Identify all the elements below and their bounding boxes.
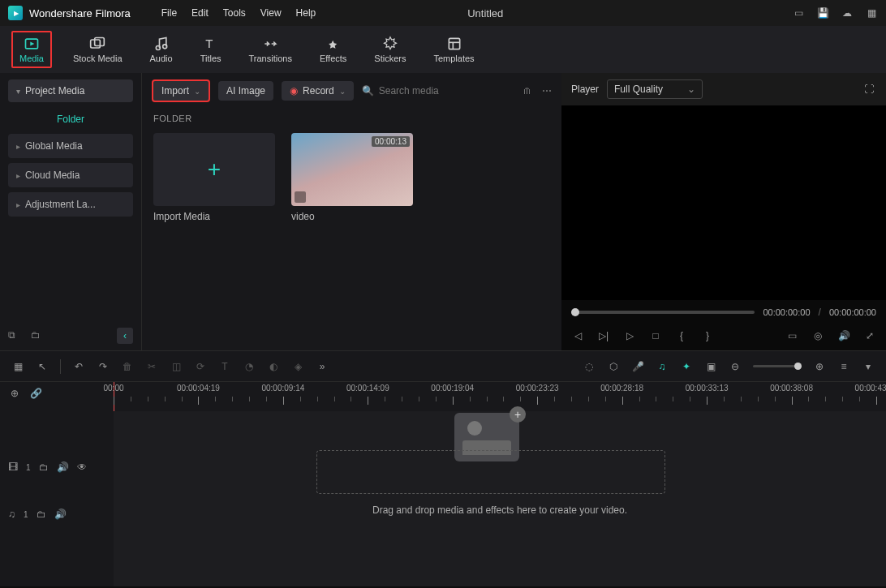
auto-beat-icon[interactable]: ✦	[680, 360, 693, 373]
sidebar-item-cloud-media[interactable]: Cloud Media	[8, 163, 133, 187]
cut-icon[interactable]: ✂	[145, 360, 158, 373]
tab-templates[interactable]: Templates	[427, 32, 480, 67]
save-icon[interactable]: 💾	[816, 6, 829, 19]
mute-icon[interactable]: 🔊	[57, 461, 69, 473]
scrub-row: 00:00:00:00 / 00:00:00:00	[561, 300, 886, 324]
scrub-track[interactable]	[571, 311, 755, 314]
media-icon	[23, 36, 41, 52]
redo-icon[interactable]: ↷	[97, 360, 110, 373]
shield-icon[interactable]: ⬡	[607, 360, 620, 373]
project-media-dropdown[interactable]: ▾ Project Media	[8, 79, 133, 102]
link-icon[interactable]: 🔗	[29, 387, 42, 400]
visibility-icon[interactable]: 👁	[77, 461, 87, 473]
ruler-label: 00:00:19:04	[431, 384, 474, 393]
mark-in-icon[interactable]: {	[675, 329, 688, 342]
reframe-icon[interactable]: ◌	[583, 360, 596, 373]
zoom-slider[interactable]	[753, 365, 802, 367]
sidebar-item-adjustment-layer[interactable]: Adjustment La...	[8, 192, 133, 217]
dropzone[interactable]	[316, 450, 665, 494]
ruler-label: 00:00:14:09	[346, 384, 389, 393]
snapshot-icon[interactable]: ⛶	[862, 82, 876, 97]
speed-icon[interactable]: ⟳	[194, 360, 207, 373]
content-row: ▾ Project Media Folder Global Media Clou…	[0, 73, 886, 350]
mark-out-icon[interactable]: }	[701, 329, 714, 342]
menu-tools[interactable]: Tools	[223, 7, 246, 19]
sidebar-item-global-media[interactable]: Global Media	[8, 134, 133, 158]
video-track-head[interactable]: 🎞1 🗀 🔊 👁	[0, 444, 114, 491]
render-icon[interactable]: ▣	[704, 360, 717, 373]
ruler-label: 00:00:04:19	[177, 384, 220, 393]
display-icon[interactable]: ▭	[785, 329, 798, 342]
prev-frame-icon[interactable]: ◁	[571, 329, 584, 342]
ruler-label: 00:00:38:08	[770, 384, 813, 393]
tab-media[interactable]: Media	[11, 31, 52, 68]
tab-transitions[interactable]: Transitions	[243, 32, 299, 67]
ai-image-button[interactable]: AI Image	[218, 81, 273, 101]
scrub-thumb[interactable]	[571, 308, 579, 316]
lock-icon[interactable]: 🗀	[39, 461, 49, 473]
quality-dropdown[interactable]: Full Quality	[607, 79, 703, 99]
device-icon[interactable]: ▭	[792, 6, 805, 19]
sidebar-collapse-button[interactable]: ‹	[117, 328, 133, 344]
menu-help[interactable]: Help	[296, 7, 316, 19]
mixer-icon[interactable]: ♫	[656, 360, 669, 373]
video-track-icon: 🎞	[8, 461, 18, 473]
track-view-icon[interactable]: ≡	[837, 360, 850, 373]
menu-edit[interactable]: Edit	[191, 7, 209, 19]
lock-icon[interactable]: 🗀	[37, 509, 46, 520]
stop-icon[interactable]: □	[649, 329, 662, 342]
search-input[interactable]	[379, 85, 476, 97]
tab-titles[interactable]: T Titles	[194, 32, 228, 67]
delete-icon[interactable]: 🗑	[121, 360, 134, 373]
text-tool-icon[interactable]: T	[218, 360, 231, 373]
tab-stickers[interactable]: Stickers	[368, 32, 412, 67]
record-button[interactable]: ◉ Record ⌄	[282, 81, 354, 101]
volume-icon[interactable]: 🔊	[837, 329, 850, 342]
color-icon[interactable]: ◔	[243, 360, 256, 373]
fullscreen-icon[interactable]: ⤢	[863, 329, 876, 342]
mute-icon[interactable]: 🔊	[54, 509, 67, 520]
keyframe-icon[interactable]: ◈	[291, 360, 304, 373]
camera-icon[interactable]: ◎	[811, 329, 824, 342]
grid-icon[interactable]: ▦	[865, 6, 878, 19]
more-tools-icon[interactable]: »	[316, 360, 329, 373]
layout-icon[interactable]: ▦	[11, 360, 24, 373]
more-options-icon[interactable]: ⋯	[542, 85, 552, 97]
import-media-card[interactable]: + Import Media	[153, 133, 275, 222]
adjust-icon[interactable]: ◐	[267, 360, 280, 373]
step-back-icon[interactable]: ▷|	[597, 329, 610, 342]
search-media[interactable]: 🔍	[362, 85, 514, 97]
svg-marker-1	[30, 42, 34, 46]
tab-effects[interactable]: Effects	[313, 32, 353, 67]
cloud-upload-icon[interactable]: ☁	[841, 6, 854, 19]
crop-icon[interactable]: ◫	[170, 360, 183, 373]
audio-track-head[interactable]: ♫1 🗀 🔊	[0, 491, 114, 538]
menu-file[interactable]: File	[161, 7, 177, 19]
ruler-label: 00:00:33:13	[686, 384, 729, 393]
tab-titles-label: Titles	[200, 54, 222, 63]
tracks-area[interactable]: + Drag and drop media and effects here t…	[114, 411, 886, 586]
new-folder-icon[interactable]: 🗀	[31, 329, 44, 342]
undo-icon[interactable]: ↶	[72, 360, 85, 373]
zoom-in-icon[interactable]: ⊕	[813, 360, 826, 373]
project-title: Untitled	[467, 7, 503, 19]
select-tool-icon[interactable]: ↖	[36, 360, 49, 373]
svg-rect-7	[449, 38, 459, 49]
new-folder-plus-icon[interactable]: ⧉	[8, 329, 21, 342]
player-bar: Player Full Quality ⛶	[561, 73, 886, 105]
folder-label[interactable]: Folder	[0, 107, 141, 131]
svg-text:T: T	[205, 36, 213, 50]
tab-audio[interactable]: Audio	[144, 32, 179, 67]
play-icon[interactable]: ▷	[623, 329, 636, 342]
video-media-card[interactable]: 00:00:13 video	[291, 133, 413, 222]
ruler[interactable]: 00:0000:00:04:1900:00:09:1400:00:14:0900…	[114, 382, 886, 411]
mic-icon[interactable]: 🎤	[631, 360, 644, 373]
filter-icon[interactable]: ⫙	[523, 85, 532, 97]
zoom-out-icon[interactable]: ⊖	[729, 360, 742, 373]
menu-view[interactable]: View	[260, 7, 282, 19]
preview-area[interactable]	[561, 105, 886, 300]
track-dropdown-icon[interactable]: ▾	[862, 360, 875, 373]
tab-stock-media[interactable]: Stock Media	[67, 32, 129, 67]
add-track-icon[interactable]: ⊕	[8, 387, 21, 400]
import-button[interactable]: Import ⌄	[152, 79, 210, 102]
